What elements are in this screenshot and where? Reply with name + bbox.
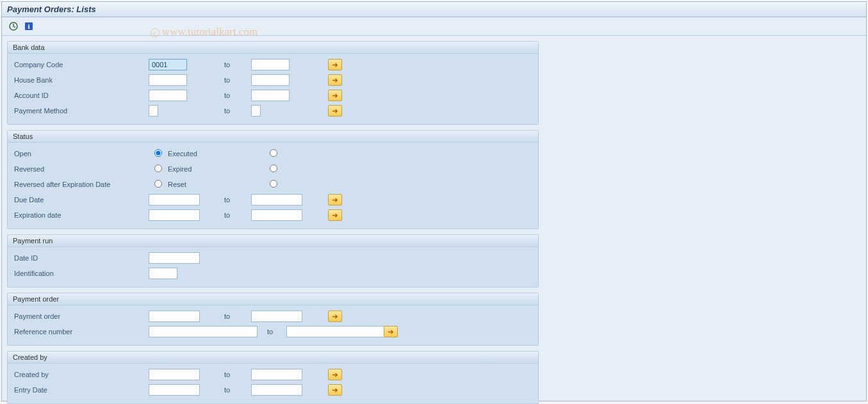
multi-select-due-date[interactable]	[328, 194, 342, 206]
group-created-by: Created by Created by to Entry Date to	[7, 351, 539, 404]
label-expired: Expired	[168, 165, 225, 173]
label-reset: Reset	[168, 181, 225, 188]
input-house-bank-from[interactable]	[149, 74, 187, 86]
label-entry-date: Entry Date	[14, 386, 149, 394]
radio-reversed[interactable]	[154, 165, 162, 172]
toolbar: i	[2, 17, 866, 36]
radio-executed[interactable]	[270, 149, 277, 157]
label-created-by: Created by	[14, 371, 149, 378]
input-date-id[interactable]	[149, 252, 200, 264]
group-title-bank: Bank data	[8, 42, 538, 54]
label-reference: Reference number	[14, 328, 149, 335]
input-company-code-to[interactable]	[251, 59, 290, 70]
group-bank-data: Bank data Company Code to House Bank to	[7, 41, 539, 125]
multi-select-account-id[interactable]	[328, 90, 342, 101]
group-title-payment-order: Payment order	[8, 293, 538, 305]
multi-select-reference[interactable]	[384, 326, 398, 337]
label-to: to	[219, 371, 251, 378]
radio-expired[interactable]	[270, 165, 277, 172]
radio-rev-after-exp[interactable]	[154, 180, 162, 188]
window-title: Payment Orders: Lists	[7, 4, 96, 14]
label-to: to	[219, 386, 251, 394]
input-exp-date-to[interactable]	[251, 209, 302, 221]
multi-select-payment-order[interactable]	[328, 311, 342, 322]
label-payment-order: Payment order	[14, 312, 149, 320]
input-created-by-to[interactable]	[251, 369, 302, 380]
input-identification[interactable]	[149, 268, 177, 279]
label-to: to	[219, 211, 251, 219]
input-entry-date-to[interactable]	[251, 384, 302, 396]
input-due-date-from[interactable]	[149, 194, 200, 206]
multi-select-entry-date[interactable]	[328, 384, 342, 396]
content-area: Bank data Company Code to House Bank to	[2, 36, 866, 404]
label-house-bank: House Bank	[14, 76, 149, 84]
label-date-id: Date ID	[14, 254, 149, 262]
input-company-code-from[interactable]	[149, 59, 187, 70]
label-reversed: Reversed	[14, 165, 149, 173]
input-payment-method-to[interactable]	[251, 105, 261, 117]
multi-select-created-by[interactable]	[328, 369, 342, 380]
multi-select-payment-method[interactable]	[328, 105, 342, 117]
main-window: Payment Orders: Lists i cwww.tutorialkar…	[1, 1, 867, 401]
input-created-by-from[interactable]	[149, 369, 200, 380]
radio-open[interactable]	[154, 149, 162, 157]
multi-select-house-bank[interactable]	[328, 74, 342, 86]
label-to: to	[219, 107, 251, 115]
label-rev-after-exp: Reversed after Expiration Date	[14, 181, 149, 188]
group-title-created-by: Created by	[8, 351, 538, 364]
input-account-id-from[interactable]	[149, 90, 187, 101]
label-to: to	[219, 61, 251, 69]
input-house-bank-to[interactable]	[251, 74, 290, 86]
label-to: to	[219, 92, 251, 99]
input-exp-date-from[interactable]	[149, 209, 200, 221]
label-company-code: Company Code	[14, 61, 149, 69]
execute-icon[interactable]	[8, 21, 19, 31]
multi-select-company-code[interactable]	[328, 59, 342, 70]
group-payment-order: Payment order Payment order to Reference…	[7, 293, 539, 346]
title-bar: Payment Orders: Lists	[2, 2, 866, 17]
svg-text:i: i	[28, 22, 29, 30]
multi-select-exp-date[interactable]	[328, 209, 342, 221]
input-payment-order-from[interactable]	[149, 311, 200, 322]
input-payment-order-to[interactable]	[251, 311, 302, 322]
input-account-id-to[interactable]	[251, 90, 290, 101]
label-identification: Identification	[14, 270, 149, 277]
label-due-date: Due Date	[14, 196, 149, 204]
label-to: to	[267, 328, 286, 335]
group-title-status: Status	[8, 131, 538, 143]
group-title-payment-run: Payment run	[8, 235, 538, 247]
input-payment-method-from[interactable]	[149, 105, 158, 117]
radio-reset[interactable]	[270, 180, 277, 188]
label-payment-method: Payment Method	[14, 107, 149, 115]
group-payment-run: Payment run Date ID Identification	[7, 234, 539, 287]
input-reference-from[interactable]	[149, 326, 258, 337]
input-due-date-to[interactable]	[251, 194, 302, 206]
label-to: to	[219, 312, 251, 320]
input-reference-to[interactable]	[286, 326, 395, 337]
label-to: to	[219, 76, 251, 84]
label-exp-date: Expiration date	[14, 211, 149, 219]
label-account-id: Account ID	[14, 92, 149, 99]
group-status: Status Open Executed Reversed Expired	[7, 130, 539, 229]
label-executed: Executed	[168, 150, 225, 158]
label-open: Open	[14, 150, 149, 158]
label-to: to	[219, 196, 251, 204]
input-entry-date-from[interactable]	[149, 384, 200, 396]
info-icon[interactable]: i	[24, 21, 34, 31]
